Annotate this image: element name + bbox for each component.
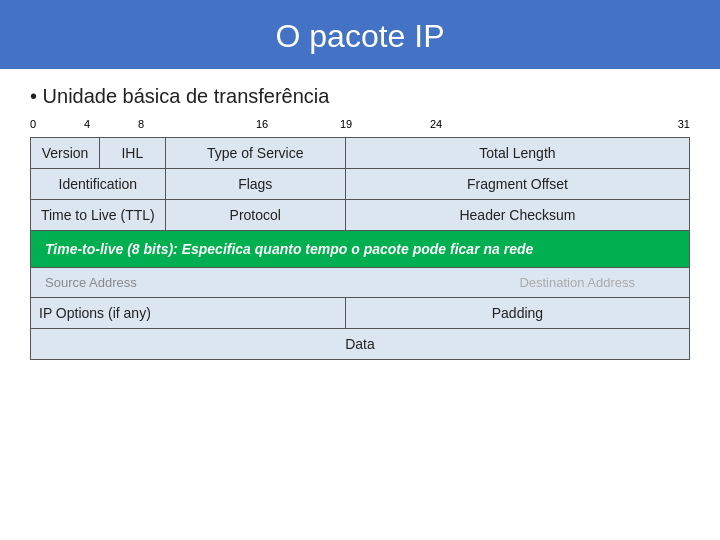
total-length-cell: Total Length <box>345 138 689 169</box>
bit-labels: 0 4 8 16 19 24 31 <box>0 118 720 136</box>
table-row: IP Options (if any) Padding <box>31 298 690 329</box>
page-title: O pacote IP <box>0 0 720 69</box>
table-row: Version IHL Type of Service Total Length <box>31 138 690 169</box>
type-of-service-cell: Type of Service <box>165 138 345 169</box>
fragment-offset-cell: Fragment Offset <box>345 169 689 200</box>
data-cell: Data <box>31 329 690 360</box>
bit-label-16: 16 <box>256 118 268 130</box>
bullet-icon: • <box>30 85 43 107</box>
header-checksum-cell: Header Checksum <box>345 200 689 231</box>
ttl-cell: Time to Live (TTL) <box>31 200 166 231</box>
tooltip-cell: Time-to-live (8 bits): Especifica quanto… <box>31 231 690 268</box>
bit-label-8: 8 <box>138 118 144 130</box>
bit-label-24: 24 <box>430 118 442 130</box>
ihl-cell: IHL <box>100 138 166 169</box>
ip-table: Version IHL Type of Service Total Length… <box>30 137 690 360</box>
flags-cell: Flags <box>165 169 345 200</box>
padding-cell: Padding <box>345 298 689 329</box>
bit-label-19: 19 <box>340 118 352 130</box>
subtitle: • Unidade básica de transferência <box>0 69 720 118</box>
table-row: Data <box>31 329 690 360</box>
identification-cell: Identification <box>31 169 166 200</box>
table-row: Identification Flags Fragment Offset <box>31 169 690 200</box>
bit-label-0: 0 <box>30 118 36 130</box>
table-row: Time to Live (TTL) Protocol Header Check… <box>31 200 690 231</box>
ip-packet-table: Version IHL Type of Service Total Length… <box>0 137 720 360</box>
source-address-cell: Source Address Destination Address <box>31 268 690 298</box>
version-cell: Version <box>31 138 100 169</box>
protocol-cell: Protocol <box>165 200 345 231</box>
bit-label-4: 4 <box>84 118 90 130</box>
tooltip-row: Time-to-live (8 bits): Especifica quanto… <box>31 231 690 268</box>
bit-label-31: 31 <box>678 118 690 130</box>
ip-options-cell: IP Options (if any) <box>31 298 346 329</box>
table-row: Source Address Destination Address <box>31 268 690 298</box>
